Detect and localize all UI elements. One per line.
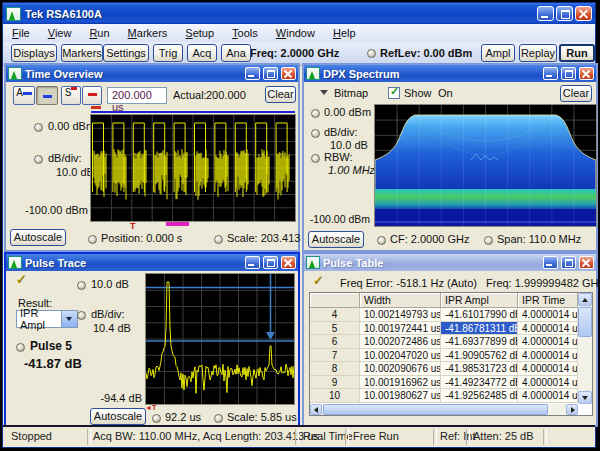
cell-ipr_ampl[interactable]: -41.49234772 dB: [441, 376, 518, 390]
close-icon[interactable]: [281, 256, 296, 269]
analysis-length-input[interactable]: 200.000 us: [107, 87, 167, 104]
cell-width[interactable]: 10.001916962 us: [360, 376, 441, 390]
horizontal-scroll-thumb[interactable]: [323, 404, 548, 416]
toolbar-button-ampl[interactable]: Ampl: [481, 44, 515, 62]
close-icon[interactable]: [579, 256, 594, 269]
cell-num[interactable]: 10: [310, 389, 360, 403]
pulse-results-table[interactable]: WidthIPR AmplIPR Time410.002149793 us-41…: [309, 292, 593, 416]
close-icon[interactable]: [281, 67, 296, 80]
minimize-button[interactable]: [245, 256, 260, 269]
maximize-button[interactable]: [263, 67, 278, 80]
autoscale-button[interactable]: Autoscale: [308, 231, 364, 248]
cell-ipr_ampl[interactable]: -41.98531723 dB: [441, 362, 518, 376]
cell-width[interactable]: 10.002090676 us: [360, 362, 441, 376]
cell-width[interactable]: 10.001972441 us: [360, 322, 441, 336]
table-row[interactable]: 810.002090676 us-41.98531723 dB4.0000014…: [310, 362, 592, 376]
dbdiv-knob-icon[interactable]: [77, 311, 86, 320]
dpx-bitmap-plot[interactable]: [374, 104, 597, 227]
cell-ipr_time[interactable]: 4.0000014 u: [518, 376, 578, 390]
cell-ipr_ampl[interactable]: -41.86781311 dB: [441, 322, 518, 336]
maximize-button[interactable]: [561, 256, 576, 269]
pulse-trace-plot[interactable]: [145, 273, 295, 405]
cell-num[interactable]: 7: [310, 349, 360, 363]
cell-num[interactable]: 9: [310, 376, 360, 390]
cell-ipr_time[interactable]: 4.0000014 u: [518, 322, 578, 336]
spectrum-length-manual-button[interactable]: [82, 86, 102, 105]
toolbar-button-run[interactable]: Run: [559, 44, 595, 62]
cell-ipr_time[interactable]: 4.0000014 u: [518, 362, 578, 376]
table-row[interactable]: 1010.001980627 us-41.92562485 dB4.000001…: [310, 389, 592, 403]
cf-knob-icon[interactable]: [377, 236, 386, 245]
cell-num[interactable]: 4: [310, 308, 360, 322]
span-readout[interactable]: Span: 110.0 MHz: [497, 233, 581, 245]
clear-button[interactable]: Clear: [265, 86, 296, 103]
menu-item-view[interactable]: View: [39, 25, 81, 41]
minimize-button[interactable]: [543, 67, 558, 80]
column-header-IPR Time[interactable]: IPR Time: [518, 293, 578, 308]
cell-width[interactable]: 10.002047020 us: [360, 349, 441, 363]
cell-num[interactable]: 6: [310, 335, 360, 349]
vertical-scroll-thumb[interactable]: [578, 307, 592, 337]
toolbar-button-replay[interactable]: Replay: [519, 44, 557, 62]
chevron-down-icon[interactable]: [320, 90, 328, 95]
menu-item-window[interactable]: Window: [267, 25, 324, 41]
scale-knob-icon[interactable]: [214, 235, 223, 244]
cell-ipr_time[interactable]: 4.0000014 u: [518, 349, 578, 363]
scroll-up-button[interactable]: [578, 293, 592, 306]
cell-num[interactable]: 5: [310, 322, 360, 336]
scale-readout[interactable]: Scale: 5.85 us: [227, 411, 297, 423]
menu-item-markers[interactable]: Markers: [119, 25, 177, 41]
time-overview-plot[interactable]: [90, 114, 296, 222]
freq-readout[interactable]: Freq: 2.0000 GHz: [250, 47, 339, 59]
table-row[interactable]: 510.001972441 us-41.86781311 dB4.0000014…: [310, 322, 592, 336]
close-icon[interactable]: [579, 67, 594, 80]
reflevel-knob-icon[interactable]: [77, 281, 86, 290]
maximize-button[interactable]: [263, 256, 278, 269]
column-header-IPR Ampl[interactable]: IPR Ampl: [441, 293, 518, 308]
maximize-button[interactable]: [561, 67, 576, 80]
cell-ipr_time[interactable]: 4.0000014 u: [518, 335, 578, 349]
analysis-length-manual-button[interactable]: [36, 86, 58, 105]
pulse-select-knob-icon[interactable]: [16, 343, 25, 352]
menu-item-run[interactable]: Run: [80, 25, 118, 41]
dbdiv-knob-icon[interactable]: [311, 129, 320, 138]
table-row[interactable]: 610.002072486 us-41.69377899 dB4.0000014…: [310, 335, 592, 349]
cf-readout[interactable]: CF: 2.0000 GHz: [390, 233, 469, 245]
cell-ipr_ampl[interactable]: -41.90905762 dB: [441, 349, 518, 363]
analysis-ruler[interactable]: [91, 111, 295, 113]
minimize-button[interactable]: [543, 256, 558, 269]
cell-ipr_ampl[interactable]: -41.92562485 dB: [441, 389, 518, 403]
autoscale-button[interactable]: Autoscale: [90, 408, 146, 425]
toolbar-button-acq[interactable]: Acq: [187, 44, 217, 62]
position-readout[interactable]: 92.2 us: [165, 411, 201, 423]
horizontal-scrollbar[interactable]: [310, 404, 578, 416]
cell-width[interactable]: 10.001980627 us: [360, 389, 441, 403]
toolbar-button-markers[interactable]: Markers: [61, 44, 103, 62]
reflevel-knob-icon[interactable]: [311, 109, 320, 118]
menu-item-setup[interactable]: Setup: [176, 25, 223, 41]
minimize-button[interactable]: [245, 67, 260, 80]
toolbar-button-ana[interactable]: Ana: [221, 44, 251, 62]
dbdiv-knob-icon[interactable]: [34, 155, 43, 164]
toolbar-button-displays[interactable]: Displays: [11, 44, 57, 62]
spectrum-length-auto-button[interactable]: S: [61, 86, 81, 105]
menu-item-tools[interactable]: Tools: [223, 25, 267, 41]
cell-num[interactable]: 8: [310, 362, 360, 376]
reflev-readout[interactable]: RefLev: 0.00 dBm: [380, 47, 472, 59]
toolbar-button-trig[interactable]: Trig: [153, 44, 183, 62]
autoscale-button[interactable]: Autoscale: [10, 229, 66, 246]
reflev-knob-icon[interactable]: [367, 49, 376, 58]
scroll-down-button[interactable]: [578, 391, 592, 404]
restore-button[interactable]: [556, 6, 573, 21]
pulse-number[interactable]: Pulse 5: [30, 339, 72, 353]
trace-type-label[interactable]: Bitmap: [334, 87, 368, 99]
vertical-scrollbar[interactable]: [578, 293, 592, 404]
analysis-length-auto-button[interactable]: A: [13, 86, 35, 105]
position-readout[interactable]: Position: 0.000 s: [101, 232, 182, 244]
cell-width[interactable]: 10.002149793 us: [360, 308, 441, 322]
table-row[interactable]: 910.001916962 us-41.49234772 dB4.0000014…: [310, 376, 592, 390]
cell-ipr_ampl[interactable]: -41.61017990 dB: [441, 308, 518, 322]
span-knob-icon[interactable]: [484, 236, 493, 245]
cell-ipr_ampl[interactable]: -41.69377899 dB: [441, 335, 518, 349]
table-row[interactable]: 410.002149793 us-41.61017990 dB4.0000014…: [310, 308, 592, 322]
